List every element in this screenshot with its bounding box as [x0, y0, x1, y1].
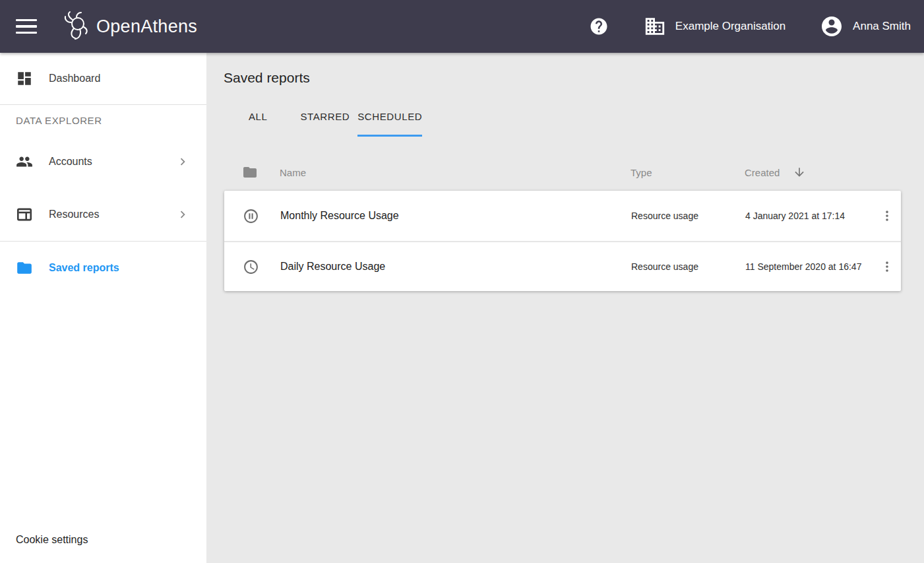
- report-type: Resource usage: [631, 211, 745, 221]
- page-title: Saved reports: [224, 65, 907, 86]
- column-header-name[interactable]: Name: [258, 167, 631, 178]
- openathens-logo: OpenAthens: [62, 11, 197, 42]
- sidebar-item-label: Resources: [49, 209, 175, 220]
- clock-icon: [243, 259, 259, 275]
- sidebar-item-accounts[interactable]: Accounts: [0, 135, 206, 188]
- dashboard-icon: [16, 70, 33, 87]
- saved-reports-list: Monthly Resource Usage Resource usage 4 …: [224, 191, 901, 291]
- row-menu-button[interactable]: [867, 259, 907, 274]
- row-menu-button[interactable]: [867, 209, 907, 223]
- resources-icon: [16, 206, 33, 223]
- user-name: Anna Smith: [853, 20, 911, 33]
- table-header: Name Type Created: [224, 154, 907, 191]
- user-menu[interactable]: Anna Smith: [820, 15, 911, 38]
- sidebar-spacer: [0, 294, 206, 534]
- report-filter-tabs: ALL STARRED SCHEDULED: [233, 108, 907, 137]
- report-name: Monthly Resource Usage: [259, 210, 631, 222]
- topbar-actions: Example Organisation Anna Smith: [587, 15, 911, 38]
- account-circle-icon: [820, 15, 844, 38]
- cookie-settings-link[interactable]: Cookie settings: [0, 534, 206, 563]
- chevron-right-icon: [175, 154, 191, 169]
- chevron-right-icon: [175, 207, 191, 222]
- help-icon[interactable]: [587, 15, 611, 38]
- table-row[interactable]: Daily Resource Usage Resource usage 11 S…: [224, 241, 901, 291]
- main-content: Saved reports ALL STARRED SCHEDULED Name…: [206, 53, 924, 563]
- sidebar-item-label: Saved reports: [49, 262, 191, 274]
- sidebar-item-saved-reports[interactable]: Saved reports: [0, 242, 206, 294]
- organisation-icon: [644, 15, 666, 38]
- report-type: Resource usage: [631, 261, 745, 272]
- folder-icon: [16, 259, 33, 277]
- report-name: Daily Resource Usage: [259, 261, 631, 273]
- table-row[interactable]: Monthly Resource Usage Resource usage 4 …: [224, 191, 901, 241]
- column-header-type[interactable]: Type: [631, 167, 745, 178]
- sidebar: Dashboard DATA EXPLORER Accounts: [0, 53, 206, 563]
- sidebar-item-resources[interactable]: Resources: [0, 188, 206, 241]
- menu-icon[interactable]: [16, 16, 37, 37]
- openathens-logo-icon: [62, 11, 91, 42]
- tab-all[interactable]: ALL: [233, 108, 284, 137]
- sort-descending-icon[interactable]: [793, 166, 806, 179]
- tab-scheduled[interactable]: SCHEDULED: [357, 108, 422, 137]
- sidebar-item-label: Dashboard: [49, 73, 191, 84]
- sidebar-item-dashboard[interactable]: Dashboard: [0, 53, 206, 104]
- tab-starred[interactable]: STARRED: [284, 108, 358, 137]
- organisation-name: Example Organisation: [675, 20, 785, 33]
- organisation-switcher[interactable]: Example Organisation: [644, 15, 785, 38]
- sidebar-section-label: DATA EXPLORER: [0, 105, 206, 135]
- report-created: 4 January 2021 at 17:14: [745, 211, 867, 221]
- logo-text: OpenAthens: [96, 17, 197, 37]
- sidebar-item-label: Accounts: [49, 156, 175, 168]
- pause-circle-icon: [243, 208, 259, 224]
- column-header-created[interactable]: Created: [745, 166, 867, 179]
- people-icon: [16, 153, 33, 170]
- topbar: OpenAthens Example Organisation Anna Smi…: [0, 0, 924, 53]
- folder-icon: [242, 164, 258, 180]
- column-header-created-label: Created: [745, 167, 780, 178]
- report-created: 11 September 2020 at 16:47: [745, 261, 867, 272]
